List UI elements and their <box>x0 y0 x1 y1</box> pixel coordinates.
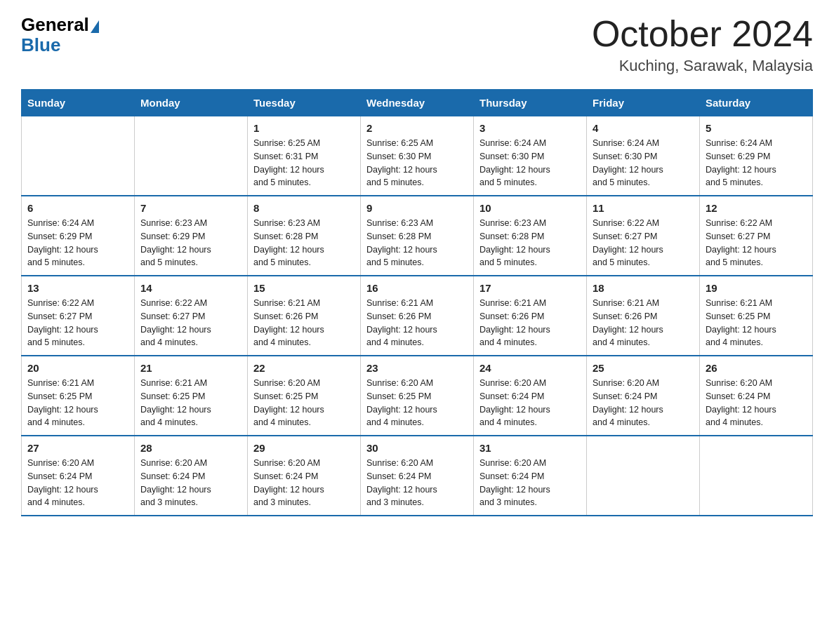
weekday-header-monday: Monday <box>135 90 248 116</box>
day-number: 9 <box>366 202 468 214</box>
day-number: 2 <box>366 122 468 134</box>
day-number: 3 <box>479 122 581 134</box>
calendar-cell <box>587 436 700 516</box>
calendar-cell: 1Sunrise: 6:25 AM Sunset: 6:31 PM Daylig… <box>248 116 361 196</box>
calendar-cell: 7Sunrise: 6:23 AM Sunset: 6:29 PM Daylig… <box>135 196 248 276</box>
calendar-cell: 10Sunrise: 6:23 AM Sunset: 6:28 PM Dayli… <box>474 196 587 276</box>
weekday-header-wednesday: Wednesday <box>361 90 474 116</box>
calendar-cell: 23Sunrise: 6:20 AM Sunset: 6:25 PM Dayli… <box>361 356 474 436</box>
subtitle: Kuching, Sarawak, Malaysia <box>592 57 813 75</box>
calendar-cell: 27Sunrise: 6:20 AM Sunset: 6:24 PM Dayli… <box>22 436 135 516</box>
day-info: Sunrise: 6:20 AM Sunset: 6:24 PM Dayligh… <box>593 377 694 429</box>
day-info: Sunrise: 6:20 AM Sunset: 6:24 PM Dayligh… <box>27 457 128 509</box>
calendar-cell: 5Sunrise: 6:24 AM Sunset: 6:29 PM Daylig… <box>700 116 813 196</box>
day-number: 24 <box>479 362 581 374</box>
day-number: 27 <box>27 442 128 454</box>
calendar-week-4: 20Sunrise: 6:21 AM Sunset: 6:25 PM Dayli… <box>22 356 813 436</box>
weekday-header-friday: Friday <box>587 90 700 116</box>
day-number: 1 <box>253 122 355 134</box>
day-info: Sunrise: 6:24 AM Sunset: 6:29 PM Dayligh… <box>706 137 807 189</box>
day-info: Sunrise: 6:21 AM Sunset: 6:26 PM Dayligh… <box>253 297 355 349</box>
day-info: Sunrise: 6:21 AM Sunset: 6:26 PM Dayligh… <box>366 297 468 349</box>
logo-triangle-icon <box>91 20 99 33</box>
calendar-table: SundayMondayTuesdayWednesdayThursdayFrid… <box>21 89 813 516</box>
calendar-cell: 4Sunrise: 6:24 AM Sunset: 6:30 PM Daylig… <box>587 116 700 196</box>
title-section: October 2024 Kuching, Sarawak, Malaysia <box>592 14 813 75</box>
day-number: 4 <box>593 122 694 134</box>
day-info: Sunrise: 6:20 AM Sunset: 6:24 PM Dayligh… <box>140 457 241 509</box>
calendar-cell: 11Sunrise: 6:22 AM Sunset: 6:27 PM Dayli… <box>587 196 700 276</box>
day-info: Sunrise: 6:23 AM Sunset: 6:29 PM Dayligh… <box>140 217 241 269</box>
day-number: 10 <box>479 202 581 214</box>
day-info: Sunrise: 6:21 AM Sunset: 6:26 PM Dayligh… <box>479 297 581 349</box>
day-number: 26 <box>706 362 807 374</box>
weekday-header-thursday: Thursday <box>474 90 587 116</box>
day-number: 6 <box>27 202 128 214</box>
day-number: 19 <box>706 282 807 294</box>
day-number: 28 <box>140 442 241 454</box>
calendar-cell: 3Sunrise: 6:24 AM Sunset: 6:30 PM Daylig… <box>474 116 587 196</box>
day-info: Sunrise: 6:25 AM Sunset: 6:31 PM Dayligh… <box>253 137 355 189</box>
calendar-cell: 18Sunrise: 6:21 AM Sunset: 6:26 PM Dayli… <box>587 276 700 356</box>
calendar-cell: 9Sunrise: 6:23 AM Sunset: 6:28 PM Daylig… <box>361 196 474 276</box>
calendar-week-2: 6Sunrise: 6:24 AM Sunset: 6:29 PM Daylig… <box>22 196 813 276</box>
calendar-cell: 6Sunrise: 6:24 AM Sunset: 6:29 PM Daylig… <box>22 196 135 276</box>
logo-general: General <box>21 14 89 36</box>
day-info: Sunrise: 6:24 AM Sunset: 6:30 PM Dayligh… <box>593 137 694 189</box>
day-info: Sunrise: 6:20 AM Sunset: 6:24 PM Dayligh… <box>366 457 468 509</box>
day-info: Sunrise: 6:23 AM Sunset: 6:28 PM Dayligh… <box>366 217 468 269</box>
page-header: General Blue October 2024 Kuching, Saraw… <box>21 14 813 75</box>
day-number: 15 <box>253 282 355 294</box>
day-info: Sunrise: 6:22 AM Sunset: 6:27 PM Dayligh… <box>27 297 128 349</box>
day-info: Sunrise: 6:20 AM Sunset: 6:24 PM Dayligh… <box>253 457 355 509</box>
day-number: 5 <box>706 122 807 134</box>
weekday-header-saturday: Saturday <box>700 90 813 116</box>
day-info: Sunrise: 6:25 AM Sunset: 6:30 PM Dayligh… <box>366 137 468 189</box>
day-number: 25 <box>593 362 694 374</box>
calendar-cell <box>700 436 813 516</box>
calendar-cell: 14Sunrise: 6:22 AM Sunset: 6:27 PM Dayli… <box>135 276 248 356</box>
day-info: Sunrise: 6:21 AM Sunset: 6:26 PM Dayligh… <box>593 297 694 349</box>
calendar-cell: 25Sunrise: 6:20 AM Sunset: 6:24 PM Dayli… <box>587 356 700 436</box>
calendar-week-1: 1Sunrise: 6:25 AM Sunset: 6:31 PM Daylig… <box>22 116 813 196</box>
day-number: 7 <box>140 202 241 214</box>
calendar-cell: 26Sunrise: 6:20 AM Sunset: 6:24 PM Dayli… <box>700 356 813 436</box>
calendar-cell <box>22 116 135 196</box>
day-info: Sunrise: 6:22 AM Sunset: 6:27 PM Dayligh… <box>593 217 694 269</box>
calendar-cell: 29Sunrise: 6:20 AM Sunset: 6:24 PM Dayli… <box>248 436 361 516</box>
logo: General Blue <box>21 14 99 54</box>
calendar-cell: 30Sunrise: 6:20 AM Sunset: 6:24 PM Dayli… <box>361 436 474 516</box>
day-info: Sunrise: 6:24 AM Sunset: 6:30 PM Dayligh… <box>479 137 581 189</box>
day-number: 8 <box>253 202 355 214</box>
day-info: Sunrise: 6:20 AM Sunset: 6:24 PM Dayligh… <box>479 377 581 429</box>
day-info: Sunrise: 6:22 AM Sunset: 6:27 PM Dayligh… <box>706 217 807 269</box>
weekday-header-tuesday: Tuesday <box>248 90 361 116</box>
day-info: Sunrise: 6:20 AM Sunset: 6:24 PM Dayligh… <box>479 457 581 509</box>
calendar-cell: 16Sunrise: 6:21 AM Sunset: 6:26 PM Dayli… <box>361 276 474 356</box>
day-number: 11 <box>593 202 694 214</box>
logo-blue: Blue <box>21 36 99 54</box>
day-number: 22 <box>253 362 355 374</box>
calendar-cell: 13Sunrise: 6:22 AM Sunset: 6:27 PM Dayli… <box>22 276 135 356</box>
day-info: Sunrise: 6:21 AM Sunset: 6:25 PM Dayligh… <box>706 297 807 349</box>
day-number: 18 <box>593 282 694 294</box>
day-info: Sunrise: 6:20 AM Sunset: 6:24 PM Dayligh… <box>706 377 807 429</box>
day-info: Sunrise: 6:23 AM Sunset: 6:28 PM Dayligh… <box>253 217 355 269</box>
day-info: Sunrise: 6:20 AM Sunset: 6:25 PM Dayligh… <box>253 377 355 429</box>
day-info: Sunrise: 6:23 AM Sunset: 6:28 PM Dayligh… <box>479 217 581 269</box>
calendar-cell: 8Sunrise: 6:23 AM Sunset: 6:28 PM Daylig… <box>248 196 361 276</box>
day-number: 16 <box>366 282 468 294</box>
calendar-cell: 24Sunrise: 6:20 AM Sunset: 6:24 PM Dayli… <box>474 356 587 436</box>
main-title: October 2024 <box>592 14 813 54</box>
calendar-cell: 20Sunrise: 6:21 AM Sunset: 6:25 PM Dayli… <box>22 356 135 436</box>
calendar-cell: 17Sunrise: 6:21 AM Sunset: 6:26 PM Dayli… <box>474 276 587 356</box>
day-number: 23 <box>366 362 468 374</box>
calendar-week-3: 13Sunrise: 6:22 AM Sunset: 6:27 PM Dayli… <box>22 276 813 356</box>
calendar-week-5: 27Sunrise: 6:20 AM Sunset: 6:24 PM Dayli… <box>22 436 813 516</box>
calendar-cell: 28Sunrise: 6:20 AM Sunset: 6:24 PM Dayli… <box>135 436 248 516</box>
day-number: 20 <box>27 362 128 374</box>
day-info: Sunrise: 6:24 AM Sunset: 6:29 PM Dayligh… <box>27 217 128 269</box>
calendar-cell: 2Sunrise: 6:25 AM Sunset: 6:30 PM Daylig… <box>361 116 474 196</box>
calendar-cell: 15Sunrise: 6:21 AM Sunset: 6:26 PM Dayli… <box>248 276 361 356</box>
day-number: 13 <box>27 282 128 294</box>
